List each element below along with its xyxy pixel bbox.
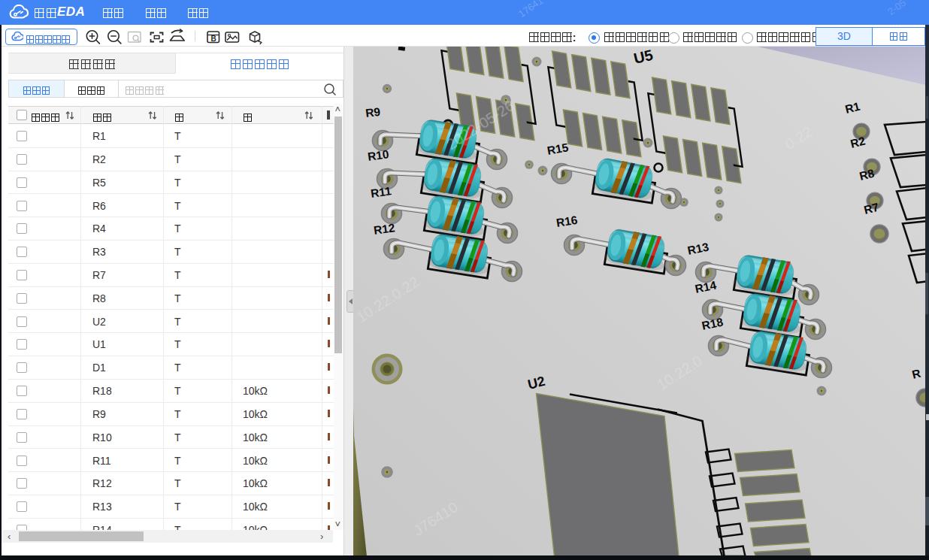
svg-text:B: B [211,35,216,43]
svg-text:R9: R9 [365,105,381,120]
